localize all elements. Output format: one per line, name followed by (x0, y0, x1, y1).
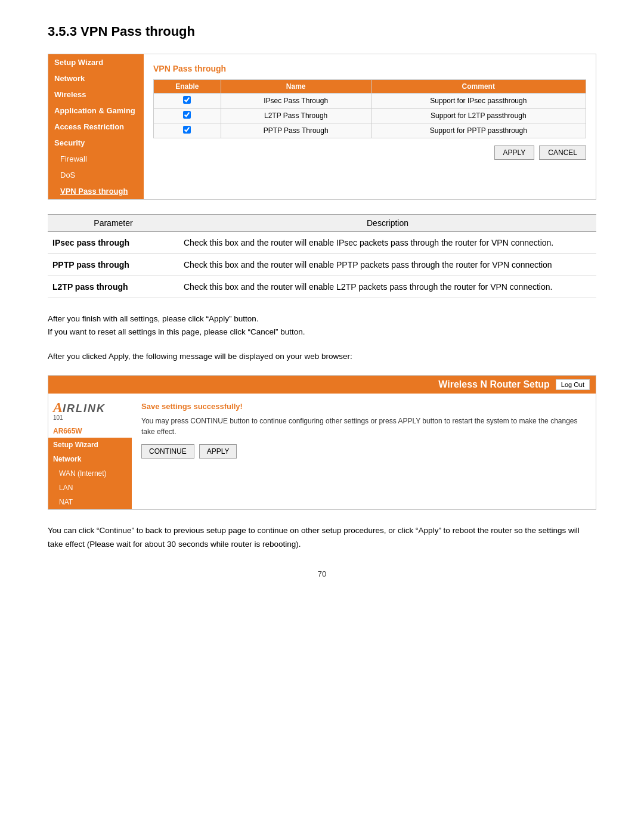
vpn-table: Enable Name Comment IPsec Pass Through S… (153, 79, 586, 138)
panel2-body: A IRLINK 101 AR665W Setup Wizard Network… (48, 394, 596, 509)
param-row-ipsec: IPsec pass through Check this box and th… (48, 232, 596, 254)
page-title: 3.5.3 VPN Pass through (48, 24, 596, 39)
model-label: AR665W (48, 425, 132, 438)
param-pptp-desc: Check this box and the router will enabl… (179, 254, 596, 276)
sidebar-item-network[interactable]: Network (48, 70, 144, 86)
param-description-table: Parameter Description IPsec pass through… (48, 214, 596, 298)
sidebar-item-firewall[interactable]: Firewall (48, 151, 144, 167)
airlink-101: 101 (53, 414, 63, 421)
page-number: 70 (48, 569, 596, 578)
param-col-header: Parameter (48, 215, 179, 232)
col-comment: Comment (371, 80, 586, 94)
sidebar2-network[interactable]: Network (48, 452, 132, 466)
param-row-pptp: PPTP pass through Check this box and the… (48, 254, 596, 276)
sidebar-item-security[interactable]: Security (48, 135, 144, 151)
param-row-l2tp: L2TP pass through Check this box and the… (48, 276, 596, 298)
sidebar2-setup-wizard[interactable]: Setup Wizard (48, 438, 132, 452)
ipsec-name: IPsec Pass Through (221, 94, 371, 109)
cancel-button[interactable]: CANCEL (539, 145, 586, 160)
router-title: Wireless N Router Setup (54, 379, 550, 390)
apply-button[interactable]: APPLY (494, 145, 535, 160)
l2tp-comment: Support for L2TP passthrough (371, 109, 586, 123)
sidebar-item-setup-wizard[interactable]: Setup Wizard (48, 54, 144, 70)
sidebar-item-app-gaming[interactable]: Application & Gaming (48, 103, 144, 119)
pptp-name: PPTP Pass Through (221, 123, 371, 138)
param-l2tp-desc: Check this box and the router will enabl… (179, 276, 596, 298)
table-row: L2TP Pass Through Support for L2TP passt… (154, 109, 586, 123)
sidebar-item-dos[interactable]: DoS (48, 167, 144, 183)
instruction-text: After you finish with all settings, plea… (48, 312, 596, 338)
airlink-text: IRLINK (63, 402, 106, 415)
save-success-title: Save settings successfully! (141, 402, 586, 411)
sidebar2-lan[interactable]: LAN (48, 481, 132, 495)
param-l2tp-name: L2TP pass through (48, 276, 179, 298)
sidebar: Setup Wizard Network Wireless Applicatio… (48, 54, 144, 199)
table-row: IPsec Pass Through Support for IPsec pas… (154, 94, 586, 109)
l2tp-checkbox[interactable] (183, 111, 191, 119)
save-description: You may press CONTINUE button to continu… (141, 416, 586, 437)
sidebar2-nat[interactable]: NAT (48, 495, 132, 509)
ipsec-comment: Support for IPsec passthrough (371, 94, 586, 109)
ipsec-checkbox[interactable] (183, 96, 191, 104)
content-area: VPN Pass through Enable Name Comment IPs… (144, 54, 596, 199)
panel2-header: Wireless N Router Setup Log Out (48, 376, 596, 394)
save-settings-panel: Wireless N Router Setup Log Out A IRLINK… (48, 375, 596, 510)
log-out-button[interactable]: Log Out (556, 379, 590, 390)
save-buttons: CONTINUE APPLY (141, 444, 586, 459)
table-row: PPTP Pass Through Support for PPTP passt… (154, 123, 586, 138)
router-panel: Setup Wizard Network Wireless Applicatio… (48, 54, 596, 200)
save-content: Save settings successfully! You may pres… (132, 394, 596, 509)
sidebar-item-vpn-pass-through[interactable]: VPN Pass through (48, 183, 144, 199)
save-apply-button[interactable]: APPLY (199, 444, 237, 459)
desc-col-header: Description (179, 215, 596, 232)
continue-button[interactable]: CONTINUE (141, 444, 194, 459)
vpn-panel-title: VPN Pass through (153, 64, 586, 73)
airlink-logo-area: A IRLINK 101 (48, 394, 132, 425)
pptp-checkbox[interactable] (183, 126, 191, 134)
l2tp-name: L2TP Pass Through (221, 109, 371, 123)
instruction-line3: After you clicked Apply, the following m… (48, 350, 596, 363)
instruction-line1: After you finish with all settings, plea… (48, 312, 596, 326)
param-ipsec-desc: Check this box and the router will enabl… (179, 232, 596, 254)
sidebar2-wan[interactable]: WAN (Internet) (48, 466, 132, 481)
instruction-line2: If you want to reset all settings in thi… (48, 326, 596, 339)
action-buttons: APPLY CANCEL (153, 145, 586, 160)
sidebar2: A IRLINK 101 AR665W Setup Wizard Network… (48, 394, 132, 509)
param-pptp-name: PPTP pass through (48, 254, 179, 276)
airlink-a-icon: A (53, 400, 63, 416)
param-ipsec-name: IPsec pass through (48, 232, 179, 254)
col-name: Name (221, 80, 371, 94)
closing-text: You can click “Continue” to back to prev… (48, 524, 596, 552)
pptp-comment: Support for PPTP passthrough (371, 123, 586, 138)
col-enable: Enable (154, 80, 221, 94)
sidebar-item-access-restriction[interactable]: Access Restriction (48, 119, 144, 135)
sidebar-item-wireless[interactable]: Wireless (48, 86, 144, 103)
